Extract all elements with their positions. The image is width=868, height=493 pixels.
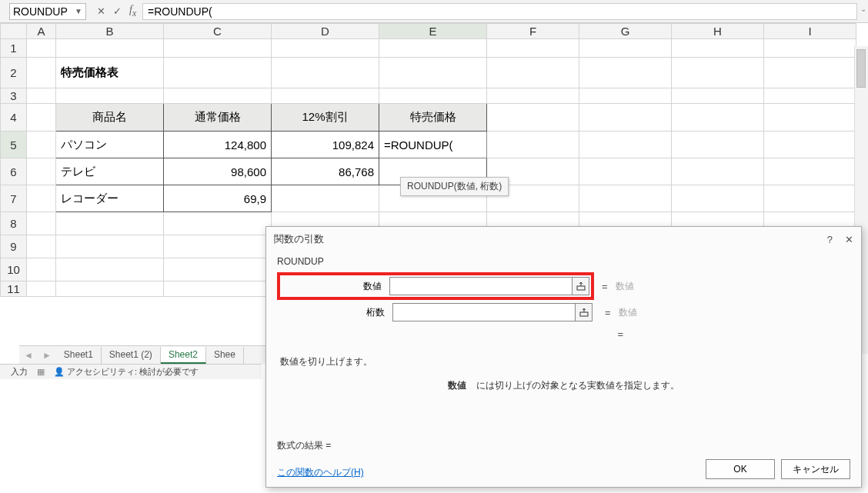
cell-B1[interactable] xyxy=(56,39,164,58)
cell-C11[interactable] xyxy=(164,281,272,297)
function-help-link[interactable]: この関数のヘルプ(H) xyxy=(277,467,364,478)
cell-D5[interactable]: 109,824 xyxy=(272,132,379,158)
row-header-11[interactable]: 11 xyxy=(1,281,27,297)
cell-H4[interactable] xyxy=(672,104,764,132)
cancel-button[interactable]: キャンセル xyxy=(781,459,850,479)
cell-A6[interactable] xyxy=(27,158,56,185)
accessibility-status[interactable]: アクセシビリティ: 検討が必要です xyxy=(54,366,199,378)
row-header-3[interactable]: 3 xyxy=(1,88,27,104)
row-header-1[interactable]: 1 xyxy=(1,39,27,58)
dialog-help-icon[interactable]: ? xyxy=(827,234,833,245)
sheet-tab-2[interactable]: Sheet2 xyxy=(161,347,206,364)
cell-B10[interactable] xyxy=(56,258,164,281)
dialog-titlebar[interactable]: 関数の引数 ? ✕ xyxy=(266,227,861,251)
cell-I1[interactable] xyxy=(764,39,856,58)
cell-F5[interactable] xyxy=(487,132,579,158)
col-header-I[interactable]: I xyxy=(764,24,856,39)
row-header-5[interactable]: 5 xyxy=(1,132,27,158)
cell-G1[interactable] xyxy=(579,39,672,58)
cell-A1[interactable] xyxy=(27,39,56,58)
col-header-A[interactable]: A xyxy=(27,24,56,39)
cell-A5[interactable] xyxy=(27,132,56,158)
scrollbar-thumb[interactable] xyxy=(856,49,866,88)
cell-H3[interactable] xyxy=(672,88,764,104)
cell-E5[interactable]: =ROUNDUP( xyxy=(379,132,487,158)
cell-A9[interactable] xyxy=(27,235,56,258)
cell-C6[interactable]: 98,600 xyxy=(164,158,272,185)
status-grid-icon[interactable]: ▦ xyxy=(37,367,45,377)
cell-C9[interactable] xyxy=(164,235,272,258)
cell-D1[interactable] xyxy=(272,39,379,58)
name-box[interactable]: ROUNDUP ▼ xyxy=(9,3,86,20)
row-header-4[interactable]: 4 xyxy=(1,104,27,132)
cell-B7[interactable]: レコーダー xyxy=(56,185,164,212)
row-header-10[interactable]: 10 xyxy=(1,258,27,281)
range-selector-icon[interactable] xyxy=(575,304,592,321)
arg-input-1[interactable] xyxy=(393,307,575,318)
formula-expand-icon[interactable]: ⌄ xyxy=(860,5,866,13)
cell-B2[interactable]: 特売価格表 xyxy=(56,58,164,88)
cell-H5[interactable] xyxy=(672,132,764,158)
row-header-6[interactable]: 6 xyxy=(1,158,27,185)
cell-C5[interactable]: 124,800 xyxy=(164,132,272,158)
cell-G2[interactable] xyxy=(579,58,672,88)
cell-D6[interactable]: 86,768 xyxy=(272,158,379,185)
cell-H2[interactable] xyxy=(672,58,764,88)
range-selector-icon[interactable] xyxy=(572,278,589,295)
formula-input[interactable]: =ROUNDUP( xyxy=(142,3,857,20)
col-header-C[interactable]: C xyxy=(164,24,272,39)
col-header-B[interactable]: B xyxy=(56,24,164,39)
cell-B9[interactable] xyxy=(56,235,164,258)
row-header-7[interactable]: 7 xyxy=(1,185,27,212)
cell-F3[interactable] xyxy=(487,88,579,104)
cell-G7[interactable] xyxy=(579,185,672,212)
ok-button[interactable]: OK xyxy=(706,459,775,479)
cell-C4[interactable]: 通常価格 xyxy=(164,104,272,132)
col-header-G[interactable]: G xyxy=(579,24,672,39)
cell-H7[interactable] xyxy=(672,185,764,212)
cell-B3[interactable] xyxy=(56,88,164,104)
arg-input-0[interactable] xyxy=(390,281,572,292)
cell-B11[interactable] xyxy=(56,281,164,297)
cell-I5[interactable] xyxy=(764,132,856,158)
name-box-dropdown-icon[interactable]: ▼ xyxy=(75,7,82,15)
cell-B4[interactable]: 商品名 xyxy=(56,104,164,132)
col-header-F[interactable]: F xyxy=(487,24,579,39)
enter-icon[interactable]: ✓ xyxy=(113,5,122,17)
cell-C3[interactable] xyxy=(164,88,272,104)
cell-G4[interactable] xyxy=(579,104,672,132)
cell-I4[interactable] xyxy=(764,104,856,132)
tab-nav-next-icon[interactable]: ► xyxy=(38,350,56,361)
cell-D2[interactable] xyxy=(272,58,379,88)
cell-D3[interactable] xyxy=(272,88,379,104)
col-header-E[interactable]: E xyxy=(379,24,487,39)
cell-E1[interactable] xyxy=(379,39,487,58)
row-header-9[interactable]: 9 xyxy=(1,235,27,258)
cell-A3[interactable] xyxy=(27,88,56,104)
cell-A10[interactable] xyxy=(27,258,56,281)
cell-E4[interactable]: 特売価格 xyxy=(379,104,487,132)
cell-A8[interactable] xyxy=(27,212,56,235)
cell-C8[interactable] xyxy=(164,212,272,235)
cell-D4[interactable]: 12%割引 xyxy=(272,104,379,132)
cell-H1[interactable] xyxy=(672,39,764,58)
cell-I7[interactable] xyxy=(764,185,856,212)
cell-G5[interactable] xyxy=(579,132,672,158)
cell-E3[interactable] xyxy=(379,88,487,104)
cell-G3[interactable] xyxy=(579,88,672,104)
cell-A4[interactable] xyxy=(27,104,56,132)
cell-I3[interactable] xyxy=(764,88,856,104)
cell-B8[interactable] xyxy=(56,212,164,235)
cell-F2[interactable] xyxy=(487,58,579,88)
cell-D7[interactable] xyxy=(272,185,379,212)
cell-F1[interactable] xyxy=(487,39,579,58)
dialog-close-icon[interactable]: ✕ xyxy=(845,234,853,245)
col-header-H[interactable]: H xyxy=(672,24,764,39)
cell-H6[interactable] xyxy=(672,158,764,185)
cell-A11[interactable] xyxy=(27,281,56,297)
cell-E2[interactable] xyxy=(379,58,487,88)
cell-B5[interactable]: パソコン xyxy=(56,132,164,158)
cell-C10[interactable] xyxy=(164,258,272,281)
cell-G6[interactable] xyxy=(579,158,672,185)
select-all-corner[interactable] xyxy=(1,24,27,39)
